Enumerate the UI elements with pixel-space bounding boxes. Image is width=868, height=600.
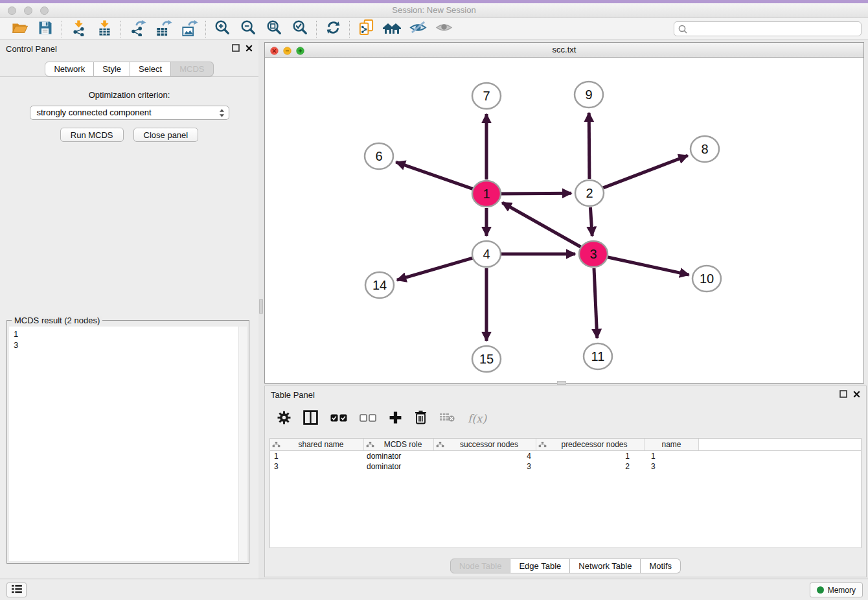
table-row[interactable]: 1dominator411: [270, 451, 861, 461]
table-cell[interactable]: 3: [645, 462, 699, 471]
control-panel-tabs: NetworkStyleSelectMCDS: [0, 62, 258, 76]
delete-table-button[interactable]: [439, 412, 455, 425]
table-cell[interactable]: 2: [536, 462, 645, 471]
tab-mcds[interactable]: MCDS: [171, 62, 213, 76]
column-header-name[interactable]: name: [645, 439, 699, 450]
network-minimize-button[interactable]: [283, 46, 291, 58]
memory-button[interactable]: Memory: [810, 583, 863, 597]
graph-node-11[interactable]: 11: [584, 343, 612, 369]
network-close-button[interactable]: [270, 46, 279, 58]
graph-node-label: 10: [700, 271, 714, 286]
graph-edge-2-8[interactable]: [603, 156, 688, 188]
table-row[interactable]: 3dominator323: [270, 461, 861, 472]
graph-node-15[interactable]: 15: [472, 346, 501, 372]
show-all-button[interactable]: [431, 19, 457, 39]
run-mcds-button[interactable]: Run MCDS: [60, 128, 124, 142]
graph-edge-3-11[interactable]: [594, 268, 597, 338]
node-table: shared nameMCDS rolesuccessor nodesprede…: [269, 438, 862, 548]
table-cell[interactable]: dominator: [364, 462, 434, 471]
criterion-select[interactable]: strongly connected component: [30, 106, 229, 120]
graph-edge-1-2[interactable]: [501, 193, 571, 194]
graph-edge-2-3[interactable]: [590, 207, 592, 236]
graph-node-2[interactable]: 2: [575, 180, 604, 206]
network-maximize-button[interactable]: [296, 46, 304, 58]
table-settings-button[interactable]: [277, 411, 291, 427]
tab-motifs[interactable]: Motifs: [641, 559, 681, 573]
tab-network[interactable]: Network: [45, 62, 94, 76]
clone-network-button[interactable]: [353, 19, 379, 39]
graph-node-14[interactable]: 14: [365, 272, 394, 298]
tab-style[interactable]: Style: [94, 62, 130, 76]
zoom-out-button[interactable]: [235, 19, 261, 39]
toolbar-separator: [316, 21, 317, 38]
function-builder-button[interactable]: f(x): [468, 412, 486, 425]
result-scrollbar[interactable]: [238, 327, 247, 561]
window-zoom-button[interactable]: [40, 6, 49, 15]
mcds-result-list[interactable]: 13: [9, 327, 247, 561]
table-cell[interactable]: dominator: [364, 452, 434, 461]
zoom-in-button[interactable]: [209, 19, 235, 39]
close-panel-icon[interactable]: [853, 390, 860, 400]
column-header-shared-name[interactable]: shared name: [270, 439, 364, 450]
export-network-button[interactable]: [124, 19, 150, 39]
close-panel-icon[interactable]: [246, 44, 253, 54]
column-header-predecessor-nodes[interactable]: predecessor nodes: [536, 439, 645, 450]
update-view-button[interactable]: [320, 19, 346, 39]
import-table-button[interactable]: [91, 19, 117, 39]
save-session-button[interactable]: [32, 19, 58, 39]
zoom-fit-button[interactable]: [261, 19, 287, 39]
graph-node-7[interactable]: 7: [472, 83, 501, 109]
hide-selected-button[interactable]: [405, 19, 431, 39]
column-header-successor-nodes[interactable]: successor nodes: [434, 439, 536, 450]
delete-columns-button[interactable]: [415, 410, 427, 427]
unchecked-boxes-icon: [360, 413, 376, 424]
table-cell[interactable]: 3: [434, 462, 536, 471]
column-header-MCDS-role[interactable]: MCDS role: [364, 439, 434, 450]
table-cell[interactable]: 1: [536, 452, 645, 461]
task-history-button[interactable]: [6, 583, 27, 597]
table-cell[interactable]: 1: [270, 452, 364, 461]
window-close-button[interactable]: [8, 6, 16, 15]
graph-node-9[interactable]: 9: [575, 82, 603, 108]
tab-edge-table[interactable]: Edge Table: [510, 559, 570, 573]
float-panel-icon[interactable]: [839, 390, 847, 400]
deselect-all-button[interactable]: [360, 413, 376, 424]
table-cell[interactable]: 1: [645, 452, 699, 461]
window-minimize-button[interactable]: [24, 6, 32, 15]
create-column-button[interactable]: [389, 411, 402, 427]
float-panel-icon[interactable]: [232, 44, 240, 54]
graph-node-8[interactable]: 8: [691, 136, 719, 162]
graph-node-3[interactable]: 3: [579, 241, 608, 267]
divider-grip[interactable]: [259, 299, 263, 314]
graph-node-label: 3: [589, 247, 597, 261]
horizontal-split-grip[interactable]: [557, 381, 566, 385]
export-table-button[interactable]: [150, 19, 176, 39]
graph-node-1[interactable]: 1: [472, 181, 501, 207]
graph-edge-1-6[interactable]: [396, 162, 473, 189]
search-input[interactable]: [674, 21, 862, 36]
select-all-button[interactable]: [330, 413, 347, 424]
graph-node-4[interactable]: 4: [472, 241, 501, 267]
eye-icon: [435, 20, 453, 38]
graph-edge-4-14[interactable]: [397, 258, 473, 280]
export-image-button[interactable]: [176, 19, 202, 39]
first-neighbors-button[interactable]: [379, 19, 405, 39]
show-columns-button[interactable]: [303, 410, 318, 428]
open-file-button[interactable]: [6, 19, 32, 39]
network-window-titlebar[interactable]: scc.txt: [265, 43, 863, 58]
table-cell[interactable]: 4: [434, 452, 536, 461]
tab-node-table[interactable]: Node Table: [450, 559, 511, 573]
table-cell[interactable]: 3: [270, 462, 364, 471]
graph-node-6[interactable]: 6: [365, 143, 393, 169]
network-canvas[interactable]: 1234678910111415: [265, 58, 863, 383]
vertical-split-divider[interactable]: [258, 40, 264, 579]
zoom-selected-button[interactable]: [287, 19, 313, 39]
graph-edge-2-9[interactable]: [589, 113, 589, 179]
graph-edge-3-10[interactable]: [608, 257, 689, 275]
tab-select[interactable]: Select: [130, 62, 171, 76]
graph-node-10[interactable]: 10: [692, 266, 721, 292]
tab-network-table[interactable]: Network Table: [570, 559, 641, 573]
close-panel-button[interactable]: Close panel: [133, 128, 199, 142]
import-network-button[interactable]: [65, 19, 91, 39]
graph-edge-3-1[interactable]: [502, 203, 580, 248]
